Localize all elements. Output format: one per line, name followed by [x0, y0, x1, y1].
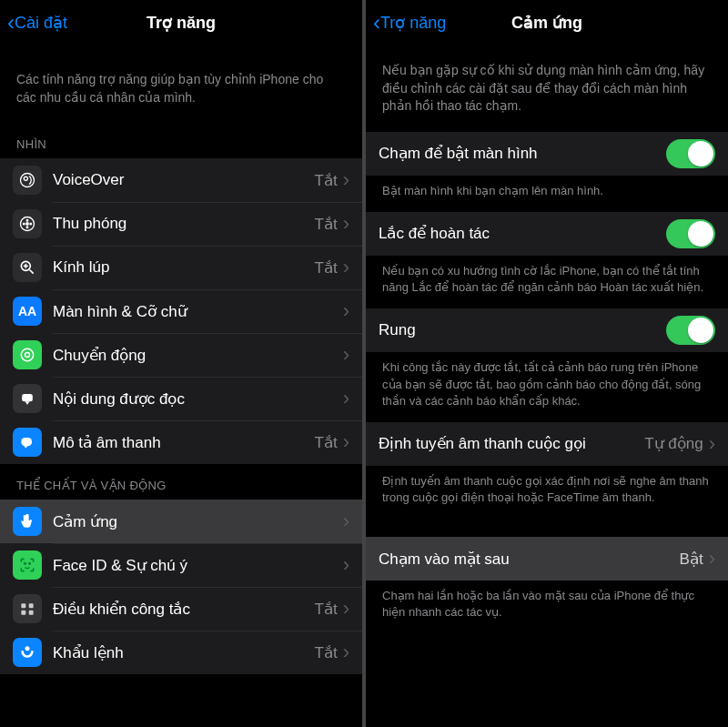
svg-line-9 [30, 270, 34, 274]
chevron-right-icon: › [343, 432, 349, 452]
svg-point-12 [21, 349, 33, 361]
row-value: Tắt [315, 600, 338, 619]
row-magnifier[interactable]: Kính lúp Tắt › [0, 246, 362, 289]
row-display-text[interactable]: AA Màn hình & Cỡ chữ › [0, 289, 362, 333]
section-header-vision: NHÌN [0, 123, 362, 158]
chevron-right-icon: › [709, 549, 715, 569]
intro-text: Nếu bạn gặp sự cố khi sử dụng màn hình c… [366, 45, 728, 132]
row-touch[interactable]: Cảm ứng › [0, 500, 362, 543]
row-spoken-content[interactable]: Nội dung được đọc › [0, 377, 362, 420]
row-value: Tắt [315, 215, 338, 234]
svg-rect-15 [21, 438, 32, 446]
chevron-right-icon: › [343, 555, 349, 575]
svg-point-3 [26, 223, 29, 226]
chevron-right-icon: › [343, 301, 349, 321]
row-label: Màn hình & Cỡ chữ [53, 302, 343, 321]
spacer [366, 519, 728, 537]
back-button[interactable]: ‹ Cài đặt [7, 12, 67, 34]
svg-point-5 [30, 223, 32, 225]
routing-note: Định tuyến âm thanh cuộc gọi xác định nơ… [366, 466, 728, 519]
audio-descriptions-icon [13, 428, 42, 457]
toggle-tap-to-wake[interactable] [666, 139, 715, 168]
magnifier-icon [13, 253, 42, 282]
chevron-right-icon: › [343, 214, 349, 234]
svg-rect-21 [29, 611, 34, 615]
chevron-right-icon: › [343, 345, 349, 365]
voiceover-icon [13, 166, 42, 195]
row-vibration[interactable]: Rung [366, 308, 728, 352]
back-button[interactable]: ‹ Trợ năng [373, 12, 446, 34]
row-value: Tắt [315, 433, 338, 452]
section-header-physical: THỂ CHẤT VÀ VẬN ĐỘNG [0, 464, 362, 500]
nav-bar-left: ‹ Cài đặt Trợ năng [0, 0, 362, 45]
voice-control-icon [13, 638, 42, 667]
row-value: Tự động [644, 434, 703, 453]
row-label: Khẩu lệnh [53, 643, 315, 662]
row-label: VoiceOver [53, 171, 315, 189]
row-label: Face ID & Sự chú ý [53, 556, 343, 575]
shake-group: Lắc để hoàn tác [366, 212, 728, 256]
toggle-shake-to-undo[interactable] [666, 219, 715, 248]
svg-point-1 [24, 177, 27, 180]
chevron-left-icon: ‹ [373, 12, 380, 34]
tapwake-note: Bật màn hình khi bạn chạm lên màn hình. [366, 176, 728, 212]
row-label: Định tuyến âm thanh cuộc gọi [379, 434, 644, 453]
row-value: Bật [680, 550, 703, 569]
svg-point-16 [25, 563, 26, 565]
chevron-right-icon: › [343, 257, 349, 278]
routing-group: Định tuyến âm thanh cuộc gọi Tự động › [366, 422, 728, 466]
spoken-content-icon [13, 384, 42, 413]
svg-rect-19 [29, 603, 34, 608]
nav-bar-right: ‹ Trợ năng Cảm ứng [366, 0, 728, 45]
svg-point-13 [25, 353, 30, 358]
row-label: Lắc để hoàn tác [379, 224, 666, 243]
vision-group: VoiceOver Tắt › Thu phóng Tắt › Kính lúp… [0, 158, 362, 464]
display-text-icon: AA [13, 297, 42, 326]
row-audio-descriptions[interactable]: Mô tả âm thanh Tắt › [0, 420, 362, 464]
row-faceid[interactable]: Face ID & Sự chú ý › [0, 543, 362, 587]
svg-point-7 [26, 227, 28, 228]
svg-point-22 [25, 647, 30, 651]
chevron-right-icon: › [343, 599, 349, 619]
row-motion[interactable]: Chuyển động › [0, 333, 362, 377]
vibration-group: Rung [366, 308, 728, 352]
row-label: Nội dung được đọc [53, 389, 343, 409]
tapwake-group: Chạm để bật màn hình [366, 132, 728, 176]
row-voiceover[interactable]: VoiceOver Tắt › [0, 158, 362, 202]
switch-control-icon [13, 594, 42, 623]
row-label: Cảm ứng [53, 512, 343, 531]
motion-icon [13, 340, 42, 369]
chevron-right-icon: › [343, 170, 349, 190]
row-back-tap[interactable]: Chạm vào mặt sau Bật › [366, 537, 728, 581]
svg-rect-18 [21, 603, 25, 608]
svg-point-4 [23, 223, 25, 225]
row-value: Tắt [315, 171, 338, 190]
row-call-audio-routing[interactable]: Định tuyến âm thanh cuộc gọi Tự động › [366, 422, 728, 466]
row-label: Chạm để bật màn hình [379, 144, 666, 163]
row-shake-to-undo[interactable]: Lắc để hoàn tác [366, 212, 728, 256]
row-label: Mô tả âm thanh [53, 433, 315, 452]
zoom-icon [13, 209, 42, 238]
row-label: Chuyển động [53, 346, 343, 365]
intro-text: Các tính năng trợ năng giúp bạn tùy chỉn… [0, 45, 362, 123]
faceid-icon [13, 550, 42, 580]
chevron-right-icon: › [343, 511, 349, 531]
row-voice-control[interactable]: Khẩu lệnh Tắt › [0, 631, 362, 674]
backtap-group: Chạm vào mặt sau Bật › [366, 537, 728, 581]
vibration-note: Khi công tắc này được tắt, tất cả cảnh b… [366, 352, 728, 422]
back-label: Cài đặt [15, 13, 67, 33]
chevron-right-icon: › [343, 642, 349, 662]
svg-rect-20 [21, 611, 25, 615]
svg-point-17 [29, 563, 31, 565]
panel-accessibility: ‹ Cài đặt Trợ năng Các tính năng trợ năn… [0, 0, 362, 727]
backtap-note: Chạm hai lần hoặc ba lần vào mặt sau của… [366, 581, 728, 633]
toggle-vibration[interactable] [666, 316, 715, 345]
row-label: Điều khiển công tắc [53, 600, 315, 619]
shake-note: Nếu bạn có xu hướng tình cờ lắc iPhone, … [366, 256, 728, 308]
physical-group: Cảm ứng › Face ID & Sự chú ý › Điều khiể… [0, 500, 362, 674]
row-switch-control[interactable]: Điều khiển công tắc Tắt › [0, 587, 362, 631]
row-zoom[interactable]: Thu phóng Tắt › [0, 202, 362, 246]
row-label: Rung [379, 321, 666, 339]
row-tap-to-wake[interactable]: Chạm để bật màn hình [366, 132, 728, 176]
row-label: Chạm vào mặt sau [379, 550, 680, 569]
